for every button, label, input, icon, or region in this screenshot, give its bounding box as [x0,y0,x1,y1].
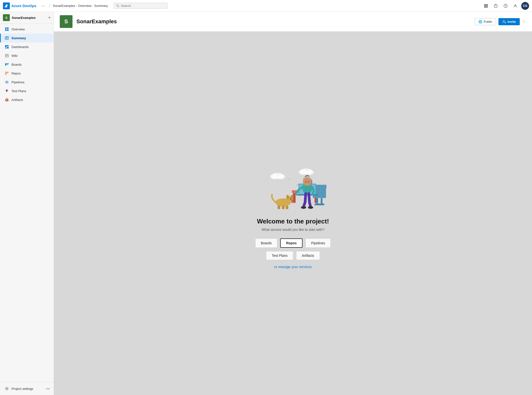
project-header-actions: 🌐 Public Invite ☆ [475,18,526,25]
sidebar-item-artifacts-label: Artifacts [12,98,23,102]
sidebar-item-repos[interactable]: Repos [0,69,54,78]
svg-rect-76 [278,205,280,209]
help-icon: ? [504,4,508,8]
artifacts-icon [5,98,9,102]
org-icon: S [3,14,10,21]
breadcrumb-sep-1: / [76,4,77,8]
user-settings-icon-btn[interactable] [511,2,519,10]
svg-rect-18 [5,29,7,31]
sidebar: S SonarExamples + Overview [0,12,54,395]
breadcrumb-org[interactable]: SonarExamples [53,4,75,8]
svg-rect-4 [485,4,486,5]
welcome-area: Welcome to the project! What service wou… [54,32,532,395]
svg-point-49 [307,170,314,175]
sidebar-item-dashboards-label: Dashboards [12,45,29,49]
repos-icon [5,71,9,75]
project-avatar: S [60,15,73,28]
pipelines-service-button[interactable]: Pipelines [305,238,331,248]
svg-rect-77 [282,206,285,209]
azure-devops-logo[interactable]: Azure DevOps [3,2,36,9]
help-icon-btn[interactable]: ? [502,2,509,10]
sidebar-item-test-plans-label: Test Plans [12,89,26,93]
svg-rect-6 [484,5,485,6]
svg-point-48 [299,170,307,175]
main-layout: S SonarExamples + Overview [0,12,532,395]
svg-point-51 [297,184,298,185]
topbar: Azure DevOps ⋯ / SonarExamples / Overvie… [0,0,532,12]
topbar-more-icon[interactable]: ⋯ [39,2,47,10]
breadcrumb-overview[interactable]: Overview [78,4,91,8]
svg-point-73 [290,198,291,200]
favorite-star-button[interactable]: ☆ [522,19,526,24]
add-project-icon[interactable]: + [48,15,51,20]
settings-icon [5,386,9,391]
svg-rect-32 [6,63,7,65]
artifacts-service-button[interactable]: Artifacts [296,251,320,260]
svg-line-2 [119,6,119,7]
svg-rect-9 [484,7,485,8]
svg-point-66 [308,181,309,183]
manage-services-link[interactable]: or manage your services [274,265,312,269]
sidebar-item-overview-label: Overview [12,27,25,31]
welcome-title: Welcome to the project! [257,218,329,225]
shopping-bag-icon-btn[interactable] [492,2,500,10]
sidebar-item-artifacts[interactable]: Artifacts [0,95,54,104]
project-title: SonarExamples [76,18,471,25]
sidebar-item-summary[interactable]: Summary [0,34,54,42]
svg-rect-11 [487,7,488,8]
svg-rect-25 [7,45,9,46]
search-box[interactable] [114,3,168,9]
test-plans-service-button[interactable]: Test Plans [266,251,293,260]
boards-service-button[interactable]: Boards [255,238,277,248]
svg-rect-19 [7,29,9,31]
svg-text:?: ? [505,5,506,7]
repos-service-button[interactable]: Repos [280,238,302,248]
bag-icon [494,4,498,8]
sidebar-item-dashboards[interactable]: Dashboards [0,42,54,51]
sidebar-item-test-plans[interactable]: Test Plans [0,86,54,95]
user-settings-icon [513,4,517,8]
sidebar-item-wiki-label: Wiki [12,54,18,58]
svg-rect-39 [6,100,8,101]
content-area: S SonarExamples 🌐 Public Invite ☆ [54,12,532,395]
invite-button[interactable]: Invite [498,18,520,25]
svg-rect-33 [8,63,9,64]
svg-rect-3 [484,4,485,5]
search-icon [116,4,119,7]
search-input[interactable] [121,4,165,8]
azure-devops-logo-icon [3,2,10,9]
sidebar-footer: Project settings << [0,382,54,395]
svg-rect-53 [293,193,296,203]
globe-icon: 🌐 [478,20,482,24]
logo-text: Azure DevOps [11,4,36,8]
sidebar-item-wiki[interactable]: Wiki [0,51,54,60]
breadcrumb-sep-2: / [92,4,93,8]
svg-point-75 [291,201,293,203]
grid-icon-btn[interactable] [482,2,490,10]
svg-point-41 [503,20,505,22]
sidebar-item-project-settings[interactable]: Project settings << [0,384,54,393]
sidebar-item-summary-label: Summary [12,36,26,40]
svg-rect-26 [5,48,7,49]
breadcrumb-summary[interactable]: Summary [94,4,108,8]
svg-point-46 [278,174,285,179]
svg-point-15 [515,5,516,6]
svg-point-40 [6,388,8,389]
sidebar-item-boards-label: Boards [12,63,22,66]
svg-rect-78 [286,206,288,209]
welcome-subtitle: What service would you like to start wit… [262,228,324,232]
sidebar-item-pipelines[interactable]: Pipelines [0,78,54,86]
user-avatar[interactable]: CS [521,2,529,10]
sidebar-org[interactable]: S SonarExamples + [0,12,54,24]
svg-rect-17 [7,27,9,29]
svg-point-37 [6,82,8,83]
invite-label: Invite [508,20,516,24]
sidebar-item-overview[interactable]: Overview [0,25,54,34]
svg-rect-62 [296,194,318,196]
sidebar-collapse-icon[interactable]: << [46,387,50,391]
summary-icon [5,36,9,40]
pipelines-icon [5,80,9,84]
svg-rect-31 [5,63,6,66]
public-visibility-button[interactable]: 🌐 Public [475,18,496,25]
sidebar-item-boards[interactable]: Boards [0,60,54,69]
